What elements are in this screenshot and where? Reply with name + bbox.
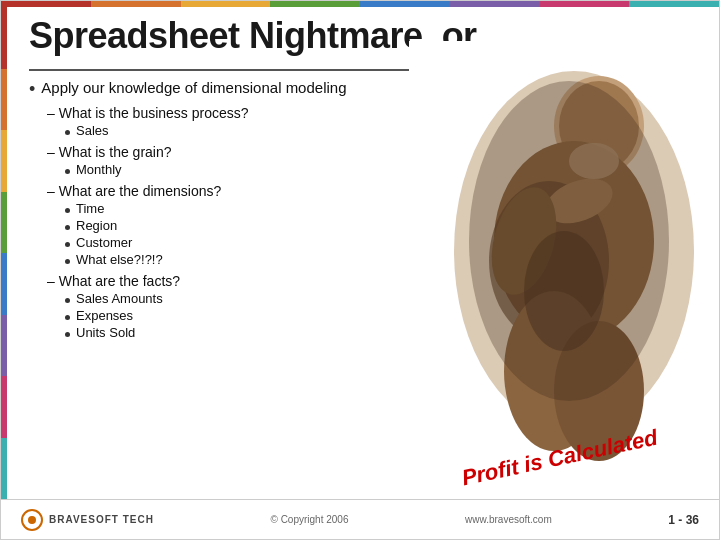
item-customer: Customer — [65, 235, 379, 250]
bar-seg-7 — [540, 1, 630, 7]
item-sales-amounts-text: Sales Amounts — [76, 291, 163, 306]
section-4-label: – What are the facts? — [47, 273, 180, 289]
left-seg-7 — [1, 376, 7, 438]
section-3-label: – What are the dimensions? — [47, 183, 221, 199]
bullet-dot-expenses — [65, 315, 70, 320]
bullet-dot-time — [65, 208, 70, 213]
item-expenses: Expenses — [65, 308, 379, 323]
main-bullet: • Apply our knowledge of dimensional mod… — [29, 79, 379, 101]
left-seg-1 — [1, 7, 7, 69]
left-seg-8 — [1, 438, 7, 500]
footer-copyright: © Copyright 2006 — [271, 514, 349, 525]
section-1-label: – What is the business process? — [47, 105, 249, 121]
content-area: • Apply our knowledge of dimensional mod… — [29, 79, 379, 489]
bar-seg-5 — [360, 1, 450, 7]
footer-website: www.bravesoft.com — [465, 514, 552, 525]
bullet-dot-monthly — [65, 169, 70, 174]
bullet-dot-sales — [65, 130, 70, 135]
svg-point-12 — [469, 81, 669, 401]
bullet-dot-unitssold — [65, 332, 70, 337]
bar-seg-3 — [181, 1, 271, 7]
bar-seg-1 — [1, 1, 91, 7]
section-grain: – What is the grain? — [47, 144, 379, 160]
section-dimensions: – What are the dimensions? — [47, 183, 379, 199]
bullet-dot-whatelse — [65, 259, 70, 264]
item-customer-text: Customer — [76, 235, 132, 250]
thinker-image — [409, 41, 709, 461]
item-sales-text: Sales — [76, 123, 109, 138]
left-bar — [1, 7, 7, 499]
left-seg-3 — [1, 130, 7, 192]
item-time: Time — [65, 201, 379, 216]
item-sales-amounts: Sales Amounts — [65, 291, 379, 306]
left-seg-6 — [1, 315, 7, 377]
bullet-dot-customer — [65, 242, 70, 247]
item-time-text: Time — [76, 201, 104, 216]
item-units-sold-text: Units Sold — [76, 325, 135, 340]
logo-inner-dot — [28, 516, 36, 524]
footer-logo-area: BRAVESOFT TECH — [21, 509, 154, 531]
main-bullet-text: Apply our knowledge of dimensional model… — [41, 79, 346, 96]
section-business-process: – What is the business process? — [47, 105, 379, 121]
bullet-dot-salesamounts — [65, 298, 70, 303]
item-region: Region — [65, 218, 379, 233]
item-region-text: Region — [76, 218, 117, 233]
bar-seg-6 — [450, 1, 540, 7]
left-seg-4 — [1, 192, 7, 254]
bar-seg-2 — [91, 1, 181, 7]
footer-page: 1 - 36 — [668, 513, 699, 527]
item-monthly-text: Monthly — [76, 162, 122, 177]
section-facts: – What are the facts? — [47, 273, 379, 289]
left-seg-5 — [1, 253, 7, 315]
top-bar — [1, 1, 719, 7]
bullet-dot-region — [65, 225, 70, 230]
bar-seg-4 — [270, 1, 360, 7]
logo-text: BRAVESOFT TECH — [49, 514, 154, 525]
footer: BRAVESOFT TECH © Copyright 2006 www.brav… — [1, 499, 719, 539]
left-seg-2 — [1, 69, 7, 131]
item-units-sold: Units Sold — [65, 325, 379, 340]
bar-seg-8 — [629, 1, 719, 7]
item-sales: Sales — [65, 123, 379, 138]
slide: Spreadsheet Nightmare, or… — [0, 0, 720, 540]
item-whatelse-text: What else?!?!? — [76, 252, 163, 267]
item-monthly: Monthly — [65, 162, 379, 177]
section-2-label: – What is the grain? — [47, 144, 172, 160]
main-bullet-icon: • — [29, 79, 35, 101]
item-what-else: What else?!?!? — [65, 252, 379, 267]
logo-icon — [21, 509, 43, 531]
item-expenses-text: Expenses — [76, 308, 133, 323]
